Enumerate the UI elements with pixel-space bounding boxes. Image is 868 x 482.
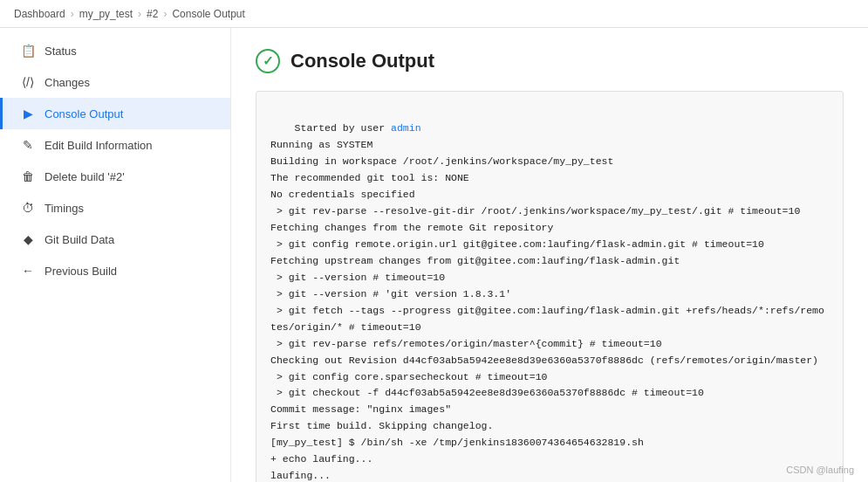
sidebar-label-console-output: Console Output bbox=[44, 107, 123, 120]
console-line-18: [my_py_test] $ /bin/sh -xe /tmp/jenkins1… bbox=[270, 437, 644, 448]
console-line-19: + echo laufing... bbox=[270, 453, 372, 465]
git-icon: ◆ bbox=[20, 231, 36, 247]
console-line-3: The recommended git tool is: NONE bbox=[270, 172, 469, 183]
console-line-7: > git config remote.origin.url git@gitee… bbox=[270, 238, 764, 250]
sidebar-item-status[interactable]: 📋Status bbox=[0, 35, 230, 66]
console-line-14: > git config core.sparsecheckout # timeo… bbox=[270, 371, 547, 382]
console-output-box: Started by user admin Running as SYSTEM … bbox=[256, 91, 844, 482]
sidebar-item-timings[interactable]: ⏱Timings bbox=[0, 192, 230, 224]
console-line-17: First time build. Skipping changelog. bbox=[270, 420, 493, 431]
breadcrumb-sep-3: › bbox=[163, 8, 167, 20]
changes-icon: ⟨/⟩ bbox=[20, 74, 36, 90]
console-icon: ▶ bbox=[20, 106, 36, 121]
sidebar-label-edit-build-information: Edit Build Information bbox=[44, 139, 153, 152]
sidebar-label-git-build-data: Git Build Data bbox=[44, 233, 114, 246]
sidebar-item-git-build-data[interactable]: ◆Git Build Data bbox=[0, 224, 230, 255]
page-header: ✓ Console Output bbox=[256, 49, 844, 73]
main-content: ✓ Console Output Started by user admin R… bbox=[231, 28, 868, 482]
watermark: CSDN @laufing bbox=[786, 465, 854, 475]
console-line-16: Commit message: "nginx images" bbox=[270, 403, 451, 415]
console-line-12: > git rev-parse refs/remotes/origin/mast… bbox=[270, 338, 662, 349]
console-line-13: Checking out Revision d44cf03ab5a5942ee8… bbox=[270, 355, 818, 366]
delete-icon: 🗑 bbox=[20, 169, 36, 184]
page-title: Console Output bbox=[290, 50, 434, 72]
breadcrumb: Dashboard › my_py_test › #2 › Console Ou… bbox=[0, 0, 868, 28]
console-line-9: > git --version # timeout=10 bbox=[270, 272, 445, 283]
sidebar-item-delete-build[interactable]: 🗑Delete build '#2' bbox=[0, 161, 230, 192]
console-line-8: Fetching upstream changes from git@gitee… bbox=[270, 255, 680, 266]
admin-user-link[interactable]: admin bbox=[391, 122, 421, 134]
edit-icon: ✎ bbox=[20, 137, 36, 153]
status-icon: 📋 bbox=[20, 43, 36, 59]
console-line-11: > git fetch --tags --progress git@gitee.… bbox=[270, 305, 824, 333]
console-line-4: No credentials specified bbox=[270, 189, 415, 200]
sidebar-item-previous-build[interactable]: ←Previous Build bbox=[0, 255, 230, 286]
console-line-0: Started by user admin bbox=[295, 122, 421, 134]
sidebar-item-changes[interactable]: ⟨/⟩Changes bbox=[0, 66, 230, 98]
sidebar-label-delete-build: Delete build '#2' bbox=[44, 170, 125, 183]
timings-icon: ⏱ bbox=[20, 200, 36, 216]
console-line-15: > git checkout -f d44cf03ab5a5942ee8e8d3… bbox=[270, 387, 704, 398]
sidebar-label-changes: Changes bbox=[44, 76, 90, 89]
breadcrumb-dashboard[interactable]: Dashboard bbox=[14, 8, 65, 20]
breadcrumb-project[interactable]: my_py_test bbox=[79, 8, 133, 20]
sidebar-label-status: Status bbox=[44, 45, 77, 58]
sidebar-item-console-output[interactable]: ▶Console Output bbox=[0, 98, 230, 129]
console-line-2: Building in workspace /root/.jenkins/wor… bbox=[270, 155, 613, 167]
console-line-10: > git --version # 'git version 1.8.3.1' bbox=[270, 288, 511, 300]
console-line-5: > git rev-parse --resolve-git-dir /root/… bbox=[270, 205, 800, 217]
sidebar: 📋Status⟨/⟩Changes▶Console Output✎Edit Bu… bbox=[0, 28, 231, 482]
console-line-1: Running as SYSTEM bbox=[270, 139, 372, 150]
breadcrumb-sep-1: › bbox=[71, 8, 74, 20]
sidebar-label-timings: Timings bbox=[44, 202, 84, 215]
breadcrumb-sep-2: › bbox=[138, 8, 141, 20]
sidebar-label-previous-build: Previous Build bbox=[44, 265, 117, 278]
prev-icon: ← bbox=[20, 263, 36, 279]
console-line-20: laufing... bbox=[270, 470, 331, 481]
sidebar-item-edit-build-information[interactable]: ✎Edit Build Information bbox=[0, 129, 230, 161]
console-line-6: Fetching changes from the remote Git rep… bbox=[270, 222, 553, 233]
breadcrumb-build[interactable]: #2 bbox=[147, 8, 158, 20]
breadcrumb-current: Console Output bbox=[172, 8, 244, 20]
success-check-icon: ✓ bbox=[256, 49, 280, 73]
